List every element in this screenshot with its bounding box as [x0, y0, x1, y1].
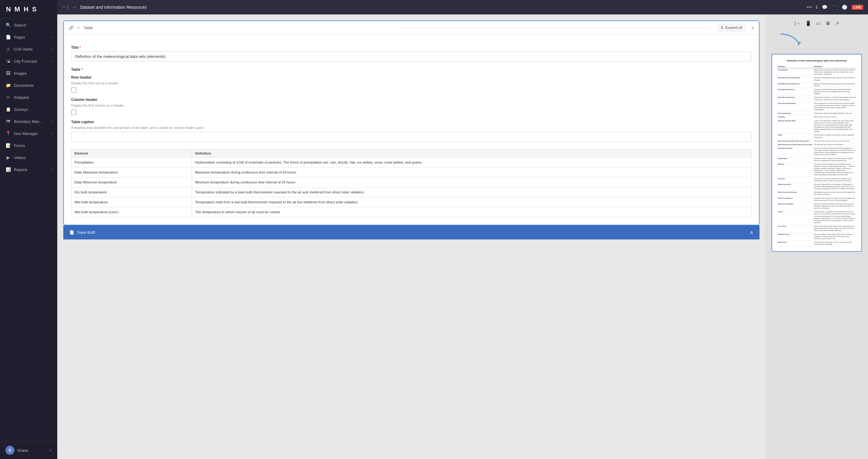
sidebar-item-label: Videos — [14, 155, 26, 160]
block-body: Title* Table* Row header Display the fir… — [64, 35, 759, 225]
external-link-icon[interactable]: ↗ — [835, 21, 839, 26]
sidebar-item-snippets[interactable]: ✂ Snippets — [0, 91, 57, 103]
doc-cell-definition: A type of humidity that considers the ra… — [813, 119, 857, 133]
live-badge: LIVE — [852, 5, 863, 10]
cell-element: Wet bulb temperature (cont.) — [71, 207, 192, 217]
info-icon[interactable]: ℹ — [816, 4, 818, 10]
mobile-icon[interactable]: 📱 — [832, 4, 838, 10]
sidebar-item-label: Reports — [14, 167, 28, 172]
avatar: G — [5, 446, 14, 455]
sidebar-item-pages[interactable]: 📄 Pages › — [0, 31, 57, 43]
doc-cell-definition: Temperature observed at different depths… — [813, 112, 857, 116]
images-icon: 🖼 — [5, 71, 11, 75]
col-header-checkbox[interactable] — [71, 110, 76, 115]
cap-alerts-icon: ⚠ — [5, 47, 11, 52]
expand-out-icon[interactable]: |→ — [795, 21, 801, 26]
doc-table-row: High cloudCloud of high-cloud stage. Cir… — [777, 241, 857, 247]
geo-icon: 📍 — [5, 131, 11, 136]
doc-table-row: HumidityWater vapour content of the air. — [777, 116, 857, 119]
search-icon: 🔍 — [5, 23, 11, 27]
cell-element: Wet bulb temperature — [71, 197, 192, 207]
sidebar-item-city-forecast[interactable]: 🌤 City Forecast › — [0, 55, 57, 67]
main-content: ←| → Dataset and Information Resources •… — [57, 0, 868, 459]
table-row: Daily Maximum temperatureMaximum tempera… — [71, 167, 752, 177]
sidebar-item-label: Pages — [14, 35, 25, 39]
mobile-preview-icon[interactable]: 📱 — [805, 21, 811, 26]
doc-cell-element: Daily Minimum temperature — [777, 82, 813, 88]
sidebar-item-boundary-man[interactable]: 🗺 Boundary Man... › — [0, 116, 57, 127]
row-header-checkbox[interactable] — [71, 87, 76, 93]
doc-table-row: Soil temperatureTemperature observed at … — [777, 112, 857, 116]
cell-definition: Maximum temperature during continuous ti… — [192, 167, 752, 177]
tablet-preview-icon[interactable]: ▭ — [816, 21, 821, 26]
save-draft-bar[interactable]: 📄 Save draft ∧ — [63, 225, 760, 239]
avatar-chevron: ∧ — [50, 449, 52, 452]
doc-table-row: WindAir that flows in relation to the ea… — [777, 133, 857, 139]
history-icon[interactable]: 🕐 — [842, 4, 847, 10]
check-icon: ✓ — [77, 25, 81, 30]
forward-icon[interactable]: → — [72, 4, 76, 10]
doc-cell-definition: Maximum distance at which an observer ma… — [813, 202, 857, 210]
chevron-icon: › — [51, 60, 52, 63]
doc-col-definition: Definition — [813, 65, 857, 68]
doc-table-row: PressureThe force per unit area exerted … — [777, 177, 857, 183]
doc-table-row: Daily Maximum temperatureMaximum tempera… — [777, 76, 857, 82]
desktop-preview-icon[interactable]: 🖥 — [826, 21, 830, 26]
expand-all-label: Expand all — [725, 26, 742, 30]
doc-cell-element: Wind — [777, 133, 813, 139]
sidebar-item-search[interactable]: 🔍 Search — [0, 19, 57, 31]
sidebar-item-forms[interactable]: 📝 Forms — [0, 139, 57, 152]
chevron-icon: › — [51, 120, 52, 123]
page-title: Dataset and Information Resources — [80, 5, 803, 10]
sidebar-item-reports[interactable]: 📊 Reports › — [0, 164, 57, 175]
link-icon[interactable]: 🔗 — [69, 25, 74, 30]
block-type-label: Table — [84, 26, 394, 30]
doc-table-row: Mean sea-level pressureAtmospheric press… — [777, 191, 857, 196]
sidebar-item-images[interactable]: 🖼 Images — [0, 67, 57, 79]
chevron-icon: › — [51, 132, 52, 135]
reports-icon: 📊 — [5, 167, 11, 172]
sidebar: N M H S 🔍 Search 📄 Pages › ⚠ CAP Alerts … — [0, 0, 57, 459]
sidebar-item-documents[interactable]: 📁 Documents — [0, 79, 57, 91]
collapse-button[interactable]: ∧ — [751, 25, 754, 30]
documents-icon: 📁 — [5, 83, 11, 88]
doc-cell-element: Humidity — [777, 116, 813, 119]
sidebar-item-cap-alerts[interactable]: ⚠ CAP Alerts › — [0, 43, 57, 55]
sidebar-item-surveys[interactable]: 📋 Surveys — [0, 103, 57, 116]
doc-cell-element: Low cloud — [777, 225, 813, 232]
doc-cell-element: Precipitation — [777, 68, 813, 76]
doc-cell-definition: Pressure deduced from the reading of a b… — [813, 183, 857, 190]
doc-cell-definition: A hydrometeor consisting of minute parti… — [813, 210, 857, 225]
doc-cell-element: Medium cloud — [777, 232, 813, 240]
title-input[interactable] — [71, 52, 752, 61]
doc-cell-element: Soil temperature — [777, 112, 813, 116]
table-row: Wet bulb temperature (cont.)The temperat… — [71, 207, 752, 217]
cell-definition: Hydrometeor consisting of a fall of ense… — [192, 158, 752, 167]
col-header-element: Element — [71, 150, 192, 158]
doc-cell-definition: The direction from which the wind blows. — [813, 143, 857, 146]
col-header-label: Column header — [71, 98, 752, 102]
sidebar-item-label: Search — [14, 23, 26, 27]
preview-arrow — [772, 31, 862, 49]
expand-all-button[interactable]: ⇅ Expand all — [717, 24, 746, 31]
topbar: ←| → Dataset and Information Resources •… — [57, 0, 868, 14]
doc-table-row: Medium cloudCloud of medium cloud stage.… — [777, 232, 857, 240]
preview-panel: |→ 📱 ▭ 🖥 ↗ Definition of the meteorologi… — [766, 14, 868, 459]
doc-cell-element: Mean sea-level pressure — [777, 191, 813, 196]
sidebar-item-videos[interactable]: ▶ Videos — [0, 152, 57, 164]
user-avatar-section[interactable]: G Grace ∧ — [0, 441, 57, 459]
chat-icon[interactable]: 💬 — [822, 4, 828, 10]
videos-icon: ▶ — [5, 155, 11, 160]
more-options-icon[interactable]: ••• — [807, 4, 812, 10]
col-header-desc: Display the first column as a header. — [71, 104, 752, 107]
back-icon[interactable]: ←| — [62, 4, 68, 10]
editor-panel: 🔗 ✓ Table ⇅ Expand all ∧ Title* — [57, 14, 766, 459]
save-draft-left: 📄 Save draft — [69, 230, 95, 235]
doc-table-row: Dry bulb temperatureTemperature indicate… — [777, 88, 857, 96]
doc-cell-definition: Minimum temperature during continuous ti… — [813, 82, 857, 88]
table-block: 🔗 ✓ Table ⇅ Expand all ∧ Title* — [63, 21, 760, 225]
caption-input[interactable] — [71, 132, 752, 142]
cell-element: Precipitation — [71, 158, 192, 167]
doc-preview-table: Element Definition PrecipitationHydromet… — [777, 65, 857, 247]
sidebar-item-geo-manager[interactable]: 📍 Geo Manager › — [0, 127, 57, 139]
